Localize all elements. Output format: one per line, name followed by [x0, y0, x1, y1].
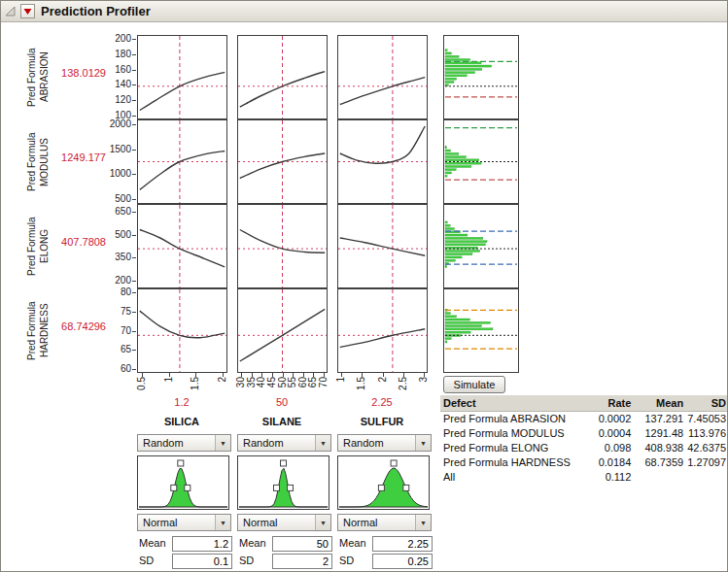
x-tick-label: 1 — [335, 377, 347, 383]
profiler-cell-modulus-silica[interactable] — [137, 119, 227, 204]
sulfur-distribution-dropdown[interactable]: Normal ▼ — [337, 514, 432, 531]
silane-sd-input[interactable] — [272, 554, 332, 569]
x-tick-mark — [424, 373, 425, 377]
table-row[interactable]: Pred Formula MODULUS 0.0004 1291.48 113.… — [440, 426, 728, 441]
sulfur-distribution-preview[interactable] — [337, 455, 430, 510]
profiler-cell-hardness-silane[interactable] — [237, 288, 328, 373]
profiler-cell-modulus-sulfur[interactable] — [337, 119, 428, 204]
factor-current-value-silane[interactable]: 50 — [253, 396, 311, 408]
table-row[interactable]: Pred Formula ELONG 0.098 408.938 42.6375 — [440, 441, 728, 455]
x-tick-label: 1.5 — [356, 377, 367, 390]
y-tick-label: 500 — [98, 193, 131, 204]
factor-current-value-silica[interactable]: 1.2 — [153, 396, 211, 408]
dropdown-value: Random — [138, 437, 215, 449]
y-tick-mark — [132, 212, 136, 213]
col-header-rate: Rate — [587, 395, 632, 411]
silica-mean-input[interactable] — [172, 536, 232, 552]
sulfur-mean-input[interactable] — [372, 536, 433, 552]
y-tick-mark — [132, 150, 136, 151]
simulation-histogram-abrasion — [443, 35, 519, 119]
x-tick-mark — [362, 373, 363, 377]
response-axis-label-abrasion: Pred FormulaABRASION — [25, 35, 52, 119]
sd-label: SD — [139, 555, 154, 566]
y-tick-mark — [132, 281, 136, 282]
x-tick-label: 70 — [318, 377, 329, 387]
y-tick-mark — [132, 84, 136, 85]
profiler-cell-elong-silica[interactable] — [137, 204, 227, 288]
y-tick-mark — [132, 331, 136, 332]
y-tick-label: 140 — [98, 79, 131, 89]
silane-random-dropdown[interactable]: Random ▼ — [237, 434, 331, 452]
outline-title-bar[interactable]: Prediction Profiler — [1, 1, 727, 22]
silica-distribution-dropdown[interactable]: Normal ▼ — [137, 514, 231, 531]
x-tick-mark — [142, 373, 143, 377]
y-tick-label: 60 — [98, 363, 131, 374]
y-tick-label: 500 — [98, 229, 131, 240]
silica-random-dropdown[interactable]: Random ▼ — [137, 434, 231, 452]
table-header-row: Defect Rate Mean SD — [440, 395, 728, 412]
dropdown-value: Normal — [338, 517, 415, 528]
y-tick-mark — [132, 70, 136, 71]
factor-current-value-sulfur[interactable]: 2.25 — [353, 396, 411, 408]
y-tick-label: 350 — [98, 252, 131, 262]
x-tick-mark — [313, 373, 314, 377]
red-triangle-menu-icon[interactable] — [20, 4, 35, 18]
table-row[interactable]: Pred Formula HARDNESS 0.0184 68.7359 1.2… — [440, 455, 728, 470]
y-tick-label: 160 — [98, 64, 131, 75]
profiler-cell-abrasion-silane[interactable] — [237, 35, 328, 119]
profiler-cell-abrasion-silica[interactable] — [137, 35, 227, 119]
y-tick-mark — [132, 235, 136, 236]
simulate-button[interactable]: Simulate — [443, 376, 505, 393]
profiler-cell-elong-sulfur[interactable] — [337, 204, 428, 288]
dropdown-value: Random — [238, 437, 315, 449]
y-tick-mark — [132, 100, 136, 101]
silane-distribution-dropdown[interactable]: Normal ▼ — [237, 514, 331, 531]
disclosure-triangle-icon[interactable] — [4, 5, 17, 17]
y-tick-label: 200 — [98, 33, 131, 44]
y-tick-label: 650 — [98, 206, 131, 217]
chevron-down-icon: ▼ — [215, 435, 230, 451]
chevron-down-icon: ▼ — [415, 435, 431, 451]
y-tick-mark — [132, 350, 136, 351]
x-tick-label: 2.5 — [398, 377, 409, 390]
x-tick-mark — [261, 373, 262, 377]
y-tick-mark — [132, 54, 136, 55]
y-tick-label: 200 — [98, 275, 131, 286]
profiler-cell-modulus-silane[interactable] — [237, 119, 328, 204]
red-triangle-glyph — [21, 5, 34, 17]
response-axis-label-hardness: Pred FormulaHARDNESS — [25, 288, 52, 373]
x-tick-mark — [223, 373, 224, 377]
profiler-cell-abrasion-sulfur[interactable] — [337, 35, 428, 119]
sulfur-random-dropdown[interactable]: Random ▼ — [337, 434, 432, 452]
y-tick-mark — [132, 312, 136, 313]
sd-label: SD — [239, 555, 254, 566]
page-title: Prediction Profiler — [39, 4, 151, 18]
profiler-cell-hardness-silica[interactable] — [137, 288, 227, 373]
sd-label: SD — [339, 555, 354, 566]
profiler-cell-hardness-sulfur[interactable] — [337, 288, 428, 373]
x-tick-mark — [383, 373, 384, 377]
mean-label: Mean — [339, 537, 366, 549]
silica-sd-input[interactable] — [172, 554, 232, 569]
col-header-mean: Mean — [631, 395, 683, 411]
x-tick-mark — [283, 373, 284, 377]
table-row[interactable]: Pred Formula ABRASION 0.0002 137.291 7.4… — [440, 412, 728, 426]
x-tick-mark — [403, 373, 404, 377]
y-tick-mark — [132, 369, 136, 370]
simulation-histogram-hardness — [443, 288, 519, 373]
mean-label: Mean — [239, 537, 266, 549]
factor-name-silane: SILANE — [253, 416, 311, 427]
chevron-down-icon: ▼ — [315, 515, 330, 530]
y-tick-mark — [132, 124, 136, 125]
sulfur-sd-input[interactable] — [372, 554, 433, 569]
table-row[interactable]: All 0.112 — [440, 470, 728, 485]
x-tick-label: 1.5 — [190, 377, 201, 390]
silane-distribution-preview[interactable] — [237, 455, 329, 510]
factor-name-sulfur: SULFUR — [353, 416, 411, 427]
profiler-cell-elong-silane[interactable] — [237, 204, 328, 288]
simulation-histogram-elong — [443, 204, 519, 288]
silica-distribution-preview[interactable] — [137, 455, 229, 510]
silane-mean-input[interactable] — [272, 536, 332, 552]
y-tick-label: 180 — [98, 49, 131, 59]
x-tick-mark — [324, 373, 325, 377]
